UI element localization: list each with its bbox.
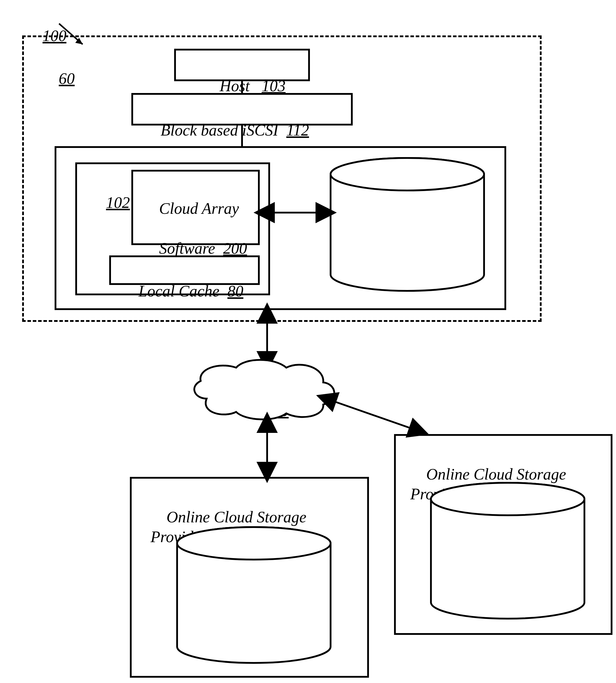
node-ref: 102 xyxy=(90,173,130,233)
svg-line-9 xyxy=(326,399,419,431)
sec-b-label: SecondaryStorageDevice xyxy=(458,529,558,628)
diagram-stage: 100 60 Host 103 Block based iSCSI 112 10… xyxy=(0,0,616,683)
storage-device-label: StorageDevice xyxy=(357,201,460,280)
cloud-ref: 90 xyxy=(257,381,289,441)
local-cache-label: Local Cache 80 xyxy=(123,261,243,321)
local-site-ref: 60 xyxy=(43,49,75,109)
sec-a-label: SecondaryStorageDevice xyxy=(204,571,304,671)
